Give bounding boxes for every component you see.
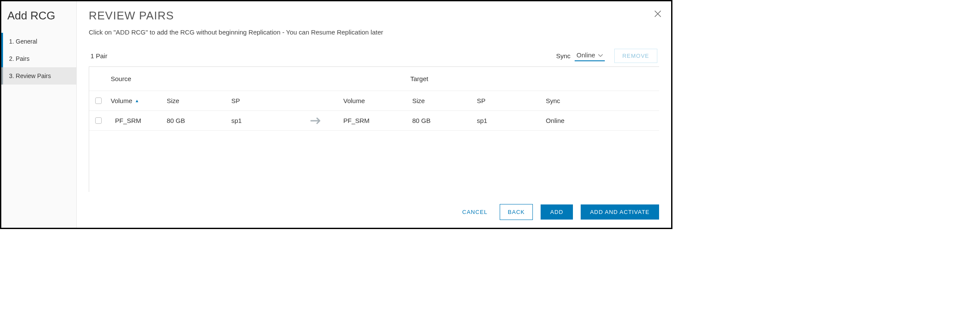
step-review-pairs[interactable]: 3. Review Pairs <box>1 67 76 85</box>
cell-tgt-size: 80 GB <box>409 117 473 124</box>
group-target: Target <box>407 75 660 82</box>
sync-filter: Sync Online <box>556 50 605 61</box>
group-header: Source Target <box>89 67 659 91</box>
pairs-table: Source Target Volume ▲ Size SP Volume Si… <box>89 66 659 192</box>
cell-src-volume: PF_SRM <box>107 117 163 124</box>
main-panel: REVIEW PAIRS Click on "ADD RCG" to add t… <box>77 1 671 228</box>
cell-tgt-sp: sp1 <box>473 117 542 124</box>
sync-label: Sync <box>556 52 570 60</box>
cell-sync: Online <box>542 117 585 124</box>
sidebar-title: Add RCG <box>1 9 76 33</box>
col-src-volume[interactable]: Volume ▲ <box>107 97 163 104</box>
add-rcg-dialog: Add RCG 1. General 2. Pairs 3. Review Pa… <box>0 0 672 229</box>
add-and-activate-button[interactable]: ADD AND ACTIVATE <box>581 204 659 220</box>
dialog-footer: CANCEL BACK ADD ADD AND ACTIVATE <box>89 204 659 220</box>
column-header: Volume ▲ Size SP Volume Size SP Sync <box>89 91 659 111</box>
back-button[interactable]: BACK <box>500 204 533 220</box>
pair-count: 1 Pair <box>90 52 107 60</box>
cell-src-sp: sp1 <box>228 117 292 124</box>
page-title: REVIEW PAIRS <box>89 9 659 22</box>
step-pairs[interactable]: 2. Pairs <box>1 50 76 67</box>
col-src-size[interactable]: Size <box>163 97 228 104</box>
select-all-checkbox[interactable] <box>95 97 102 104</box>
cell-src-size: 80 GB <box>163 117 228 124</box>
col-tgt-sp[interactable]: SP <box>473 97 542 104</box>
add-button[interactable]: ADD <box>541 204 572 220</box>
sync-value: Online <box>576 51 595 59</box>
chevron-down-icon <box>598 51 603 59</box>
sort-asc-icon: ▲ <box>135 98 139 103</box>
col-sync[interactable]: Sync <box>542 97 585 104</box>
close-icon[interactable] <box>654 10 662 19</box>
instruction-text: Click on "ADD RCG" to add the RCG withou… <box>89 28 659 36</box>
remove-button[interactable]: REMOVE <box>614 49 657 63</box>
toolbar: 1 Pair Sync Online REMOVE <box>89 49 659 63</box>
toolbar-right: Sync Online REMOVE <box>556 49 657 63</box>
col-tgt-volume[interactable]: Volume <box>340 97 409 104</box>
cell-tgt-volume: PF_SRM <box>340 117 409 124</box>
group-source: Source <box>107 75 360 82</box>
arrow-right-icon <box>292 117 340 124</box>
col-tgt-size[interactable]: Size <box>409 97 473 104</box>
sync-select[interactable]: Online <box>575 50 604 61</box>
table-row: PF_SRM 80 GB sp1 PF_SRM 80 GB sp1 Online <box>89 111 659 131</box>
cancel-button[interactable]: CANCEL <box>458 205 492 219</box>
wizard-sidebar: Add RCG 1. General 2. Pairs 3. Review Pa… <box>1 1 77 228</box>
row-checkbox[interactable] <box>95 117 102 124</box>
col-src-sp[interactable]: SP <box>228 97 292 104</box>
step-general[interactable]: 1. General <box>1 33 76 50</box>
